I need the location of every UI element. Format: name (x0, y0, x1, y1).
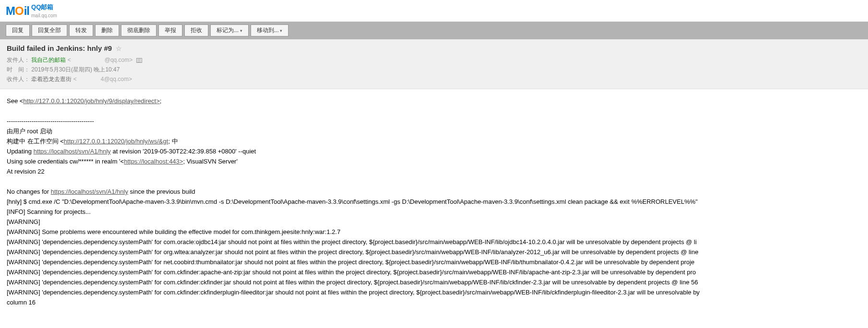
body-line: [hnly] $ cmd.exe /C "D:\DevelopmentTool\… (7, 197, 861, 207)
star-icon[interactable]: ☆ (116, 45, 122, 52)
toolbar: 回复 回复全部 转发 删除 彻底删除 举报 拒收 标记为... 移动到... (0, 22, 868, 39)
recipient-label: 收件人： (7, 76, 30, 82)
logo-title: QQ邮箱 (31, 3, 53, 11)
body-line: column 16 (7, 297, 861, 307)
body-line: No changes for https://localhost/svn/A1/… (7, 187, 861, 197)
address-book-icon[interactable]: 囯 (136, 58, 142, 63)
body-line: [WARNING] (7, 217, 861, 227)
app-header: M O il QQ邮箱 mail.qq.com (0, 0, 868, 22)
logo-text: QQ邮箱 mail.qq.com (31, 3, 57, 19)
date-row: 时 间： 2019年5月30日(星期四) 晚上10:47 (7, 65, 861, 74)
recipient-row: 收件人： 牵着恐龙去逛街 <4@qq.com> (7, 74, 861, 84)
mark-as-button[interactable]: 标记为... (210, 24, 249, 36)
body-line: [WARNING] 'dependencies.dependency.syste… (7, 237, 861, 247)
move-to-button[interactable]: 移动到... (251, 24, 289, 36)
date-value: 2019年5月30日(星期四) 晚上10:47 (31, 66, 120, 73)
logo-il: il (24, 4, 29, 18)
svn-link[interactable]: https://localhost/svn/A1/hnly (34, 148, 111, 155)
recipient-email: <4@qq.com> (73, 76, 132, 82)
recipient-name: 牵着恐龙去逛街 (31, 76, 72, 82)
mail-subject: Build failed in Jenkins: hnly #9 ☆ (7, 44, 861, 52)
subject-text: Build failed in Jenkins: hnly #9 (7, 44, 112, 52)
body-line: 由用户 root 启动 (7, 126, 861, 136)
mail-body: See <http://127.0.0.1:12020/job/hnly/9/d… (0, 89, 868, 314)
body-line: [WARNING] 'dependencies.dependency.syste… (7, 267, 861, 277)
redirect-link[interactable]: http://127.0.0.1:12020/job/hnly/9/displa… (23, 97, 159, 105)
body-line: Updating https://localhost/svn/A1/hnly a… (7, 146, 861, 156)
reject-button[interactable]: 拒收 (184, 24, 208, 36)
delete-button[interactable]: 删除 (95, 24, 119, 36)
body-line: Using sole credentials cw/****** in real… (7, 156, 861, 166)
body-line: See <http://127.0.0.1:12020/job/hnly/9/d… (7, 96, 861, 106)
logo-m: M (6, 4, 15, 18)
sender-email: <@qq.com> (68, 57, 133, 63)
delete-forever-button[interactable]: 彻底删除 (121, 24, 157, 36)
reply-all-button[interactable]: 回复全部 (32, 24, 67, 36)
report-button[interactable]: 举报 (158, 24, 182, 36)
body-line: [WARNING] 'dependencies.dependency.syste… (7, 247, 861, 257)
date-label: 时 间： (7, 66, 30, 73)
workspace-link[interactable]: http://127.0.0.1:12020/job/hnly/ws/&gt (64, 138, 169, 145)
sender-name-link[interactable]: 我自己的邮箱 (31, 57, 66, 63)
body-line: [WARNING] Some problems were encountered… (7, 227, 861, 237)
body-line: At revision 22 (7, 166, 861, 176)
mail-header: Build failed in Jenkins: hnly #9 ☆ 发件人： … (0, 39, 868, 89)
body-line: [WARNING] 'dependencies.dependency.syste… (7, 257, 861, 267)
svn-link-2[interactable]: https://localhost/svn/A1/hnly (51, 188, 128, 195)
sender-label: 发件人： (7, 57, 30, 63)
logo-subtitle: mail.qq.com (31, 13, 57, 18)
body-line: ----------------------------------------… (7, 116, 861, 126)
logo-o: O (15, 4, 24, 18)
localhost-link[interactable]: https://localhost:443> (124, 158, 183, 165)
body-line: [INFO] Scanning for projects... (7, 207, 861, 217)
reply-button[interactable]: 回复 (6, 24, 30, 36)
body-line: [WARNING] 'dependencies.dependency.syste… (7, 287, 861, 297)
sender-row: 发件人： 我自己的邮箱 <@qq.com> 囯 (7, 55, 861, 65)
body-line: 构建中 在工作空间 <http://127.0.0.1:12020/job/hn… (7, 136, 861, 146)
body-line: [WARNING] 'dependencies.dependency.syste… (7, 277, 861, 287)
forward-button[interactable]: 转发 (69, 24, 93, 36)
